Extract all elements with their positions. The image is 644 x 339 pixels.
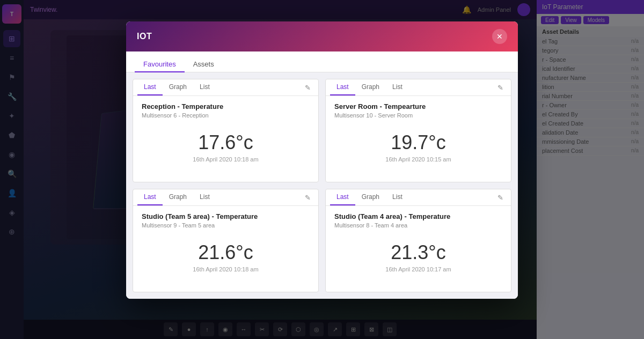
card4-edit-icon[interactable]: ✎: [494, 191, 507, 204]
card2-value: 19.7°c: [391, 131, 445, 154]
card3-edit-icon[interactable]: ✎: [302, 191, 314, 204]
modal-body: Favourites Assets Last Graph List ✎ Rece…: [126, 51, 518, 299]
card3-tab-graph[interactable]: Graph: [163, 189, 193, 205]
modal-tab-bar: Favourites Assets: [126, 51, 518, 72]
card2-edit-icon[interactable]: ✎: [494, 82, 507, 94]
card3-body: Studio (Team 5 area) - Temperature Multi…: [133, 206, 318, 292]
card4-tab-graph[interactable]: Graph: [355, 189, 386, 205]
card1-title: Reception - Temperature: [142, 102, 310, 110]
card4-subtitle: Multisensor 8 - Team 4 area: [334, 222, 502, 229]
modal-title: IOT: [137, 32, 152, 41]
sensor-card-2: Last Graph List ✎ Server Room - Tempeart…: [325, 79, 511, 182]
card1-tab-list[interactable]: List: [193, 79, 216, 95]
card1-timestamp: 16th April 2020 10:18 am: [193, 156, 258, 163]
card2-tab-graph[interactable]: Graph: [355, 79, 386, 95]
card3-title: Studio (Team 5 area) - Temperature: [142, 212, 310, 220]
card2-tabs: Last Graph List ✎: [326, 79, 511, 96]
card4-value: 21.3°c: [391, 241, 445, 264]
card4-timestamp: 16th April 2020 10:17 am: [385, 266, 451, 272]
modal-close-button[interactable]: ✕: [492, 29, 507, 44]
card2-tab-list[interactable]: List: [386, 79, 409, 95]
modal-overlay: IOT ✕ Favourites Assets Last Graph List …: [0, 0, 644, 339]
card4-title: Studio (Team 4 area) - Temperature: [334, 212, 502, 220]
card3-tab-list[interactable]: List: [193, 189, 216, 205]
card1-tab-graph[interactable]: Graph: [163, 79, 193, 95]
card2-subtitle: Multisensor 10 - Server Room: [334, 112, 502, 119]
tab-assets[interactable]: Assets: [185, 57, 223, 72]
card1-body: Reception - Temperature Multisensor 6 - …: [133, 96, 318, 182]
card3-value-area: 21.6°c 16th April 2020 10:18 am: [142, 229, 310, 285]
sensor-card-4: Last Graph List ✎ Studio (Team 4 area) -…: [325, 189, 511, 292]
card4-tab-last[interactable]: Last: [330, 189, 355, 205]
card2-title: Server Room - Tempearture: [334, 102, 502, 110]
card1-subtitle: Multisensor 6 - Reception: [142, 112, 310, 119]
card3-tabs: Last Graph List ✎: [133, 189, 318, 206]
card4-body: Studio (Team 4 area) - Temperature Multi…: [326, 206, 511, 292]
sensor-card-1: Last Graph List ✎ Reception - Temperatur…: [133, 79, 319, 182]
modal-header: IOT ✕: [126, 21, 518, 51]
sensor-grid: Last Graph List ✎ Reception - Temperatur…: [126, 72, 518, 299]
card2-timestamp: 16th April 2020 10:15 am: [385, 156, 451, 163]
card3-tab-last[interactable]: Last: [137, 189, 163, 205]
card4-tab-list[interactable]: List: [386, 189, 409, 205]
card1-tabs: Last Graph List ✎: [133, 79, 318, 96]
card1-value: 17.6°c: [198, 131, 253, 154]
card1-value-area: 17.6°c 16th April 2020 10:18 am: [142, 119, 310, 175]
sensor-card-3: Last Graph List ✎ Studio (Team 5 area) -…: [133, 189, 319, 292]
card2-body: Server Room - Tempearture Multisensor 10…: [326, 96, 511, 182]
card2-tab-last[interactable]: Last: [330, 79, 355, 95]
card1-edit-icon[interactable]: ✎: [302, 82, 314, 94]
card3-value: 21.6°c: [198, 241, 253, 264]
card3-subtitle: Multisensor 9 - Team 5 area: [142, 222, 310, 229]
card1-tab-last[interactable]: Last: [137, 79, 163, 95]
card2-value-area: 19.7°c 16th April 2020 10:15 am: [334, 119, 502, 175]
card4-value-area: 21.3°c 16th April 2020 10:17 am: [334, 229, 502, 285]
tab-favourites[interactable]: Favourites: [135, 57, 185, 72]
card4-tabs: Last Graph List ✎: [326, 189, 511, 206]
iot-modal: IOT ✕ Favourites Assets Last Graph List …: [126, 21, 518, 299]
card3-timestamp: 16th April 2020 10:18 am: [193, 266, 258, 272]
